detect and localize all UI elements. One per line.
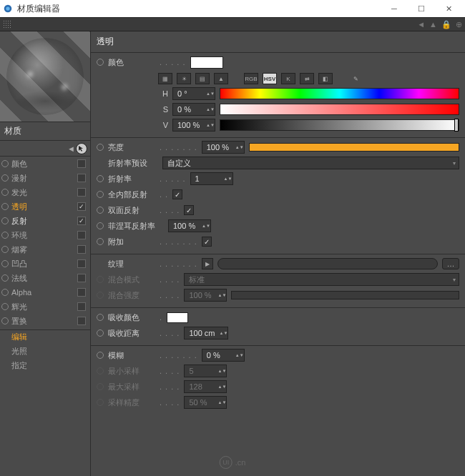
minimize-button[interactable]: ─ — [381, 0, 408, 17]
color-radio[interactable] — [97, 59, 104, 66]
add-icon[interactable]: ⊕ — [456, 20, 462, 29]
properties-panel: 透明 颜色 . . . . . ▦ ☀ ▤ ▲ RGB HSV K — [90, 31, 465, 476]
v-input[interactable]: 100 %▲▼ — [172, 119, 215, 132]
image-mode-icon[interactable]: ▲ — [214, 73, 228, 84]
blur-input[interactable]: 0 %▲▼ — [202, 349, 245, 362]
additive-checkbox[interactable] — [202, 237, 212, 247]
brightness-input[interactable]: 100 %▲▼ — [202, 141, 245, 154]
hue-slider[interactable] — [220, 88, 459, 99]
maximize-button[interactable]: ☐ — [408, 0, 435, 17]
brightness-radio[interactable] — [97, 144, 104, 151]
channel-radio[interactable] — [1, 174, 9, 182]
eyedropper-icon[interactable]: ✎ — [348, 73, 363, 84]
group-color: 颜色 . . . . . ▦ ☀ ▤ ▲ RGB HSV K ⇄ ◧ ✎ — [91, 53, 465, 138]
brightness-slider[interactable] — [249, 143, 459, 152]
rgb-mode[interactable]: RGB — [244, 73, 258, 84]
channel-row-置换[interactable]: 置换 — [0, 314, 90, 328]
channel-radio[interactable] — [1, 260, 9, 267]
blend-strength-input: 100 %▲▼ — [184, 289, 227, 302]
nav-up-icon[interactable]: ▲ — [429, 20, 437, 29]
channel-row-环境[interactable]: 环境 — [0, 228, 90, 242]
sat-slider[interactable] — [220, 104, 459, 115]
val-slider[interactable] — [220, 119, 459, 131]
channel-row-凹凸[interactable]: 凹凸 — [0, 257, 90, 271]
absorb-dist-radio[interactable] — [97, 329, 104, 337]
tir-radio[interactable] — [97, 191, 104, 198]
channel-checkbox[interactable] — [77, 288, 86, 297]
channel-checkbox[interactable] — [77, 231, 86, 239]
nav-back-icon[interactable]: ◄ — [417, 20, 425, 29]
channel-checkbox[interactable] — [77, 188, 86, 197]
channel-checkbox[interactable] — [77, 302, 86, 311]
gradient-mode-icon[interactable]: ▤ — [195, 73, 210, 84]
channel-row-烟雾[interactable]: 烟雾 — [0, 242, 90, 257]
edit-item-编辑[interactable]: 编辑 — [0, 329, 90, 344]
channel-label: 发光 — [11, 187, 74, 198]
fresnel-radio[interactable] — [97, 222, 104, 229]
channel-checkbox[interactable] — [77, 202, 86, 211]
pick-tool[interactable] — [76, 143, 87, 154]
edit-item-光照[interactable]: 光照 — [0, 344, 90, 358]
toolbar: ◄ ▲ 🔒 ⊕ — [0, 17, 465, 31]
channel-checkbox[interactable] — [77, 174, 86, 182]
additive-radio[interactable] — [97, 238, 104, 245]
ior-radio[interactable] — [97, 175, 104, 182]
svg-point-1 — [6, 6, 9, 10]
swatch-mode-icon[interactable]: ▦ — [158, 73, 172, 84]
channel-checkbox[interactable] — [77, 217, 86, 225]
channel-row-反射[interactable]: 反射 — [0, 214, 90, 228]
channel-row-漫射[interactable]: 漫射 — [0, 171, 90, 185]
wheel-mode-icon[interactable]: ☀ — [177, 73, 191, 84]
s-input[interactable]: 0 %▲▼ — [172, 103, 215, 116]
channel-checkbox[interactable] — [77, 274, 86, 282]
texture-track[interactable] — [217, 258, 438, 269]
color-swatch[interactable] — [190, 56, 223, 69]
mixer-b-icon[interactable]: ◧ — [318, 73, 333, 84]
channel-row-Alpha[interactable]: Alpha — [0, 285, 90, 299]
channel-radio[interactable] — [1, 160, 9, 167]
channel-list: 颜色漫射发光透明反射环境烟雾凹凸法线Alpha辉光置换编辑光照指定 — [0, 157, 90, 372]
channel-row-发光[interactable]: 发光 — [0, 185, 90, 199]
blend-mode-radio — [97, 276, 104, 283]
channel-checkbox[interactable] — [77, 159, 86, 168]
channel-radio[interactable] — [1, 217, 9, 224]
texture-browse-button[interactable]: … — [442, 258, 459, 269]
channel-radio[interactable] — [1, 189, 9, 196]
double-sided-checkbox[interactable] — [184, 205, 194, 215]
texture-play-button[interactable]: ▶ — [202, 258, 213, 269]
channel-radio[interactable] — [1, 303, 9, 310]
ior-input[interactable]: 1▲▼ — [190, 172, 233, 185]
channel-checkbox[interactable] — [77, 245, 86, 254]
material-name[interactable]: 材质 — [0, 122, 90, 141]
channel-row-颜色[interactable]: 颜色 — [0, 157, 90, 171]
tir-checkbox[interactable] — [172, 189, 182, 199]
material-preview[interactable] — [0, 31, 90, 122]
channel-radio[interactable] — [1, 317, 9, 324]
prev-icon[interactable]: ◄ — [67, 144, 73, 153]
mixer-a-icon[interactable]: ⇄ — [300, 73, 314, 84]
h-input[interactable]: 0 °▲▼ — [172, 87, 215, 100]
k-mode[interactable]: K — [281, 73, 295, 84]
fresnel-input[interactable]: 100 %▲▼ — [168, 219, 211, 232]
channel-row-法线[interactable]: 法线 — [0, 271, 90, 285]
lock-icon[interactable]: 🔒 — [441, 20, 451, 29]
absorb-color-swatch[interactable] — [167, 312, 188, 323]
channel-checkbox[interactable] — [77, 317, 86, 325]
channel-radio[interactable] — [1, 246, 9, 253]
blur-radio[interactable] — [97, 352, 104, 359]
channel-radio[interactable] — [1, 203, 9, 210]
channel-checkbox[interactable] — [77, 259, 86, 268]
close-button[interactable]: ✕ — [435, 0, 462, 17]
channel-row-辉光[interactable]: 辉光 — [0, 299, 90, 314]
ior-preset-dropdown[interactable]: 自定义▾ — [162, 157, 459, 169]
absorb-color-radio[interactable] — [97, 314, 104, 321]
channel-radio[interactable] — [1, 274, 9, 282]
double-sided-radio[interactable] — [97, 207, 104, 214]
hsv-mode[interactable]: HSV — [263, 73, 277, 84]
grid-icon[interactable] — [3, 20, 11, 29]
channel-row-透明[interactable]: 透明 — [0, 199, 90, 214]
channel-radio[interactable] — [1, 232, 9, 239]
absorb-dist-input[interactable]: 100 cm▲▼ — [184, 327, 228, 339]
channel-radio[interactable] — [1, 289, 9, 296]
edit-item-指定[interactable]: 指定 — [0, 358, 90, 372]
